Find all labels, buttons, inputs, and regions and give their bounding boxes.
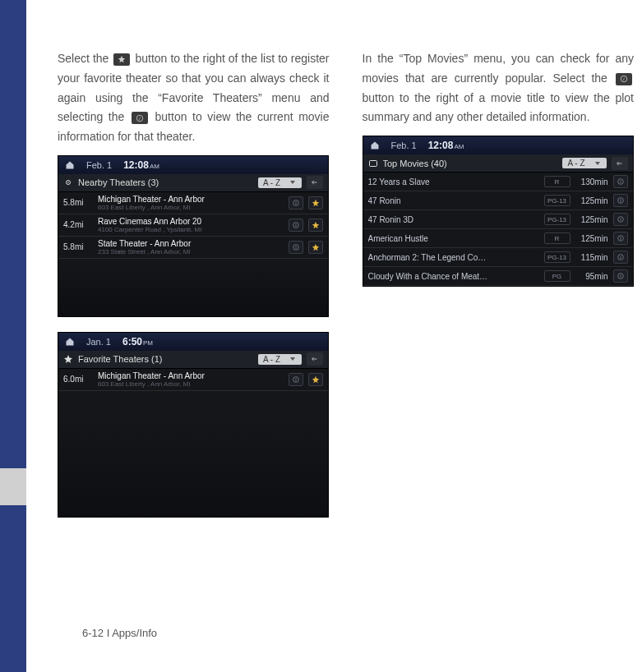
theater-row[interactable]: 6.0miMichigan Theater - Ann Arbor603 Eas…: [58, 369, 328, 391]
status-bar: Jan. 1 6:50PM: [58, 333, 328, 351]
right-column: In the “Top Movies” menu, you can check …: [363, 49, 635, 518]
movie-title: 47 Ronin 3D: [368, 215, 539, 224]
back-button[interactable]: [307, 176, 323, 189]
section-title: Nearby Theaters (3): [78, 177, 253, 187]
distance: 6.0mi: [63, 375, 93, 384]
movie-rating: PG-13: [544, 214, 570, 225]
back-button[interactable]: [307, 352, 323, 366]
theater-name: Michigan Theater - Ann Arbor: [98, 195, 284, 204]
theater-info: Michigan Theater - Ann Arbor603 East Lib…: [98, 195, 284, 211]
info-icon: i: [132, 112, 148, 124]
screenshot-favorite-theaters: Jan. 1 6:50PM Favorite Theaters (1) A - …: [58, 332, 329, 518]
movie-rating: R: [544, 232, 570, 244]
movie-title: Cloudy With a Chance of Meat…: [368, 272, 539, 281]
home-icon: [65, 160, 75, 170]
theater-name: Rave Cinemas Ann Arbor 20: [98, 217, 284, 226]
theater-address: 603 East Liberty , Ann Arbor, MI: [98, 204, 284, 211]
distance: 5.8mi: [63, 198, 93, 207]
left-column: Select the button to the right of the li…: [58, 49, 330, 518]
info-button[interactable]: [613, 269, 628, 283]
theater-row[interactable]: 5.8miMichigan Theater - Ann Arbor603 Eas…: [58, 192, 328, 214]
movie-title: 12 Years a Slave: [368, 177, 539, 186]
info-button[interactable]: [613, 213, 628, 226]
movie-duration: 115min: [575, 253, 608, 262]
theater-info: Michigan Theater - Ann Arbor603 East Lib…: [98, 371, 284, 388]
info-button[interactable]: [289, 373, 303, 386]
movie-row[interactable]: Cloudy With a Chance of Meat…PG95min: [363, 267, 633, 286]
status-time: 12:08AM: [123, 159, 159, 171]
empty-area: [58, 418, 328, 517]
sort-dropdown[interactable]: A - Z: [258, 177, 302, 188]
movie-duration: 125min: [575, 196, 608, 205]
movie-row[interactable]: Anchorman 2: The Legend Co…PG-13115min: [363, 248, 633, 267]
page-footer: 6-12 I Apps/Info: [82, 627, 157, 639]
movie-rating: PG-13: [544, 251, 570, 263]
home-icon: [65, 337, 75, 347]
info-button[interactable]: [289, 241, 303, 254]
screenshot-top-movies: Feb. 1 12:08AM Top Movies (40) A - Z 12 …: [363, 136, 634, 287]
text-segment: In the “Top Movies” menu, you can check …: [363, 52, 635, 85]
movie-rating: PG-13: [544, 195, 570, 206]
binding-strip: [0, 0, 26, 672]
theater-row[interactable]: 4.2miRave Cinemas Ann Arbor 204100 Carpe…: [58, 214, 328, 237]
section-title: Top Movies (40): [383, 159, 558, 168]
status-date: Feb. 1: [391, 140, 417, 150]
movie-row[interactable]: American HustleR125min: [363, 229, 633, 248]
sort-dropdown[interactable]: A - Z: [562, 158, 606, 168]
movie-title: 47 Ronin: [368, 196, 539, 205]
svg-rect-14: [369, 160, 376, 166]
section-header: Top Movies (40) A - Z: [363, 154, 633, 173]
status-date: Jan. 1: [86, 337, 111, 347]
info-button[interactable]: [613, 251, 628, 264]
info-button[interactable]: [613, 232, 628, 245]
text-segment: Select the: [58, 52, 112, 65]
movie-rating: PG: [544, 270, 570, 282]
theater-row[interactable]: 5.8miState Theater - Ann Arbor233 State …: [58, 237, 328, 259]
back-button[interactable]: [612, 157, 628, 170]
movie-duration: 95min: [575, 272, 608, 281]
theater-address: 603 East Liberty , Ann Arbor, MI: [98, 380, 284, 388]
movie-row[interactable]: 12 Years a SlaveR130min: [363, 173, 633, 191]
paragraph-top-movies: In the “Top Movies” menu, you can check …: [363, 49, 635, 127]
screenshot-nearby-theaters: Feb. 1 12:08AM Nearby Theaters (3) A - Z…: [58, 155, 329, 317]
status-date: Feb. 1: [86, 160, 112, 170]
theater-address: 4100 Carpenter Road , Ypsilanti, MI: [98, 226, 284, 233]
movie-row[interactable]: 47 Ronin 3DPG-13125min: [363, 210, 633, 229]
theater-address: 233 State Street , Ann Arbor, MI: [98, 248, 284, 255]
info-button[interactable]: [613, 175, 628, 188]
movies-icon: [368, 159, 378, 168]
sort-dropdown[interactable]: A - Z: [258, 354, 302, 365]
movie-row[interactable]: 47 RoninPG-13125min: [363, 191, 633, 210]
status-time: 12:08AM: [428, 140, 464, 151]
empty-area: [58, 259, 328, 316]
section-header: Favorite Theaters (1) A - Z: [58, 351, 328, 369]
info-button[interactable]: [289, 219, 303, 232]
paragraph-favorite-theaters: Select the button to the right of the li…: [58, 49, 330, 147]
distance: 4.2mi: [63, 220, 93, 229]
svg-text:i: i: [623, 76, 625, 81]
distance: 5.8mi: [63, 242, 93, 251]
movie-title: Anchorman 2: The Legend Co…: [368, 253, 539, 262]
favorite-button[interactable]: [308, 373, 323, 386]
star-icon: [63, 354, 73, 364]
info-button[interactable]: [613, 194, 628, 207]
theater-info: State Theater - Ann Arbor233 State Stree…: [98, 239, 284, 255]
text-segment: button to the right of a movie title to …: [363, 91, 635, 124]
status-bar: Feb. 1 12:08AM: [363, 136, 633, 154]
status-bar: Feb. 1 12:08AM: [58, 156, 328, 174]
favorite-button[interactable]: [308, 241, 323, 254]
theater-info: Rave Cinemas Ann Arbor 204100 Carpenter …: [98, 217, 284, 233]
theater-name: Michigan Theater - Ann Arbor: [98, 371, 284, 380]
info-button[interactable]: [289, 196, 303, 209]
movie-rating: R: [544, 176, 570, 187]
info-icon: i: [616, 73, 632, 85]
movie-duration: 125min: [575, 215, 608, 224]
favorite-button[interactable]: [308, 196, 323, 209]
movie-duration: 125min: [575, 234, 608, 243]
svg-text:i: i: [139, 116, 141, 121]
movie-title: American Hustle: [368, 234, 539, 243]
favorite-button[interactable]: [308, 219, 323, 232]
status-time: 6:50PM: [122, 336, 153, 348]
location-icon: [63, 177, 73, 187]
svg-point-3: [67, 182, 69, 184]
